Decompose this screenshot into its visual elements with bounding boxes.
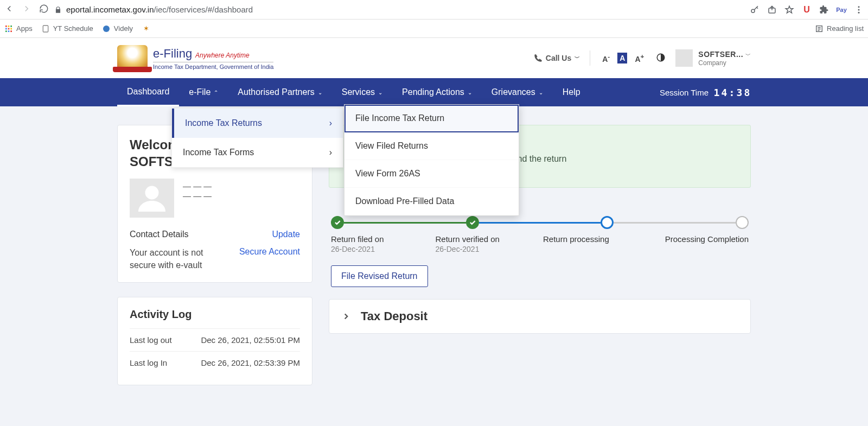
submenu-label: View Form 26AS [355, 169, 420, 178]
step-verified-node [466, 216, 479, 229]
bookmark-misc[interactable]: ✶ [142, 24, 150, 33]
session-timer: Session Time 14:38 [660, 87, 751, 98]
session-digit: 1 [713, 87, 720, 98]
svg-rect-12 [8, 30, 10, 32]
nav-e-file[interactable]: e-File⌃ [179, 78, 228, 106]
fav-icon: ✶ [142, 24, 150, 33]
nav-dashboard[interactable]: Dashboard [117, 78, 179, 106]
url-host: eportal.incometax.gov.in [66, 5, 154, 14]
profile-info: — — — — — — [183, 179, 212, 218]
avatar-placeholder [130, 179, 174, 218]
extensions-icon[interactable] [819, 5, 829, 15]
address-bar[interactable]: eportal.incometax.gov.in/iec/foservices/… [54, 5, 744, 14]
activity-row: Last log In Dec 26, 2021, 02:53:39 PM [130, 351, 300, 374]
activity-title: Activity Log [130, 308, 300, 321]
font-increase-button[interactable]: A+ [633, 52, 646, 65]
step-title: Return processing [543, 234, 644, 244]
submenu-file-itr[interactable]: File Income Tax Return [344, 105, 519, 132]
back-icon[interactable] [4, 4, 14, 15]
user-type: Company [698, 59, 751, 67]
submenu-income-tax-returns[interactable]: Income Tax Returns › [172, 109, 343, 138]
menu-icon[interactable] [854, 5, 864, 15]
submenu-label: File Income Tax Return [355, 113, 444, 123]
step-label: Return filed on 26-Dec-2021 [331, 234, 436, 253]
nav-help[interactable]: Help [553, 78, 590, 106]
browser-toolbar: eportal.incometax.gov.in/iec/foservices/… [0, 0, 868, 20]
activity-value: Dec 26, 2021, 02:53:39 PM [201, 358, 300, 367]
star-icon[interactable] [784, 5, 794, 15]
chevron-right-icon: › [329, 118, 332, 128]
logo[interactable]: e-Filing Anywhere Anytime Income Tax Dep… [117, 45, 273, 71]
logo-emblem-icon [117, 45, 148, 71]
reload-icon[interactable] [39, 4, 49, 15]
step-date: 26-Dec-2021 [331, 245, 436, 253]
svg-point-18 [145, 186, 159, 200]
contrast-toggle[interactable] [656, 53, 666, 64]
svg-rect-8 [5, 28, 7, 29]
bookmark-videly[interactable]: Videly [102, 24, 133, 33]
globe-icon [102, 24, 111, 33]
svg-rect-5 [5, 26, 7, 27]
step-line [479, 222, 601, 224]
user-name: SOFTSER... [698, 50, 743, 59]
svg-rect-14 [43, 26, 48, 32]
brand-dept: Income Tax Department, Government of Ind… [153, 62, 273, 70]
main-nav: Dashboard e-File⌃ Authorised Partners⌄ S… [0, 78, 868, 106]
step-label: Return processing [540, 234, 644, 253]
bookmarks-bar: Apps YT Schedule Videly ✶ Reading list [0, 20, 868, 38]
site-header: e-Filing Anywhere Anytime Income Tax Dep… [0, 38, 868, 78]
apps-label: Apps [16, 24, 33, 33]
step-line [614, 222, 736, 224]
nav-label: Dashboard [127, 87, 169, 97]
brand-tagline: Anywhere Anytime [195, 52, 250, 59]
reading-list-button[interactable]: Reading list [815, 24, 864, 33]
chevron-down-icon: ⌄ [318, 90, 322, 96]
nav-label: Services [342, 87, 375, 97]
font-decrease-button[interactable]: A- [600, 52, 612, 65]
apps-button[interactable]: Apps [4, 24, 33, 33]
secure-account-link[interactable]: Secure Account [239, 247, 300, 271]
submenu-download-prefilled[interactable]: Download Pre-Filled Data [344, 188, 519, 215]
doc-icon [41, 24, 50, 33]
call-us-label: Call Us [546, 54, 571, 62]
tax-deposit-accordion[interactable]: Tax Deposit [329, 299, 751, 334]
svg-rect-13 [10, 30, 12, 32]
font-default-button[interactable]: A [617, 53, 627, 63]
list-icon [815, 24, 824, 33]
step-filed-node [331, 216, 344, 229]
submenu-view-filed-returns[interactable]: View Filed Returns [344, 132, 519, 160]
nav-grievances[interactable]: Grievances⌄ [482, 78, 553, 106]
svg-point-3 [858, 9, 860, 10]
chevron-right-icon [341, 311, 351, 321]
ublock-icon[interactable]: U [802, 5, 812, 15]
submenu-label: Download Pre-Filled Data [355, 196, 454, 206]
nav-services[interactable]: Services⌄ [332, 78, 392, 106]
activity-card: Activity Log Last log out Dec 26, 2021, … [117, 297, 312, 385]
nav-pending-actions[interactable]: Pending Actions⌄ [392, 78, 482, 106]
ext-razorpay-icon[interactable]: Pay [837, 5, 846, 15]
file-revised-return-button[interactable]: File Revised Return [331, 265, 428, 287]
svg-point-4 [858, 11, 860, 13]
share-icon[interactable] [767, 5, 777, 15]
update-contact-link[interactable]: Update [272, 230, 300, 239]
session-sep: : [728, 87, 736, 98]
font-size-controls: A- A A+ [600, 52, 646, 65]
phone-icon [534, 54, 542, 62]
step-completion-node [736, 216, 749, 229]
svg-rect-11 [5, 30, 7, 32]
itr-submenu: File Income Tax Return View Filed Return… [344, 104, 519, 216]
submenu-label: View Filed Returns [355, 141, 428, 150]
bookmark-yt[interactable]: YT Schedule [41, 24, 93, 33]
forward-icon[interactable] [22, 4, 31, 15]
user-menu[interactable]: SOFTSER... ﹀ Company [675, 49, 751, 67]
submenu-income-tax-forms[interactable]: Income Tax Forms › [172, 138, 343, 167]
session-digit: 3 [736, 87, 743, 98]
nav-authorised-partners[interactable]: Authorised Partners⌄ [228, 78, 331, 106]
call-us-dropdown[interactable]: Call Us ﹀ [534, 54, 580, 62]
key-icon[interactable] [750, 5, 760, 15]
activity-row: Last log out Dec 26, 2021, 02:55:01 PM [130, 328, 300, 351]
submenu-view-26as[interactable]: View Form 26AS [344, 160, 519, 188]
submenu-label: Income Tax Forms [183, 148, 254, 157]
session-label: Session Time [660, 88, 709, 97]
session-digit: 8 [743, 87, 751, 98]
